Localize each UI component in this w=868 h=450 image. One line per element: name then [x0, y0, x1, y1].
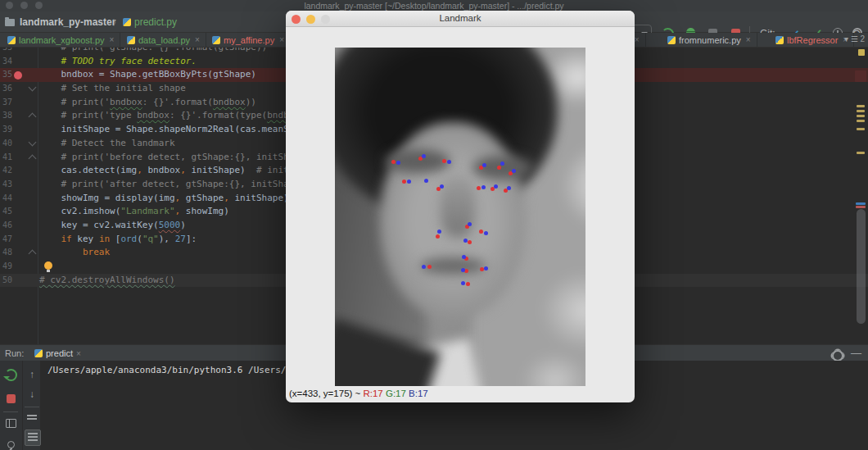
line-number: 34 [2, 55, 35, 69]
python-file-icon [7, 36, 16, 44]
restore-layout-icon[interactable] [3, 416, 18, 431]
run-tab-predict[interactable]: predict × [29, 345, 86, 361]
breadcrumb-separator: 〉 [113, 11, 115, 33]
line-number: 43 [2, 178, 35, 192]
minimize-button[interactable] [306, 15, 315, 24]
line-number: 46 [2, 219, 35, 233]
landmark-dot-blue [422, 265, 426, 269]
toolbar-divider [25, 407, 39, 407]
scroll-to-end-icon[interactable] [25, 430, 41, 446]
zoom-button-disabled [321, 15, 330, 24]
stop-icon[interactable] [3, 392, 18, 407]
console-toolbar-strip: ↑ ↓ [22, 361, 40, 450]
landmark-dot-red [436, 234, 440, 239]
stripe-mark[interactable] [855, 70, 866, 82]
ide-minimize-button[interactable] [20, 2, 28, 9]
folder-icon [5, 19, 15, 26]
landmark-dot-red [442, 159, 446, 163]
stripe-mark[interactable] [857, 110, 865, 112]
line-number: 49 [2, 260, 35, 274]
landmark-dot-red [466, 282, 470, 286]
ide-window-title: landmark_py-master [~/Desktop/landmark_p… [0, 0, 868, 11]
cursor-position: (x=433, y=175) ~ [289, 389, 363, 398]
stripe-mark[interactable] [856, 202, 866, 205]
python-file-icon [127, 36, 135, 44]
stripe-mark[interactable] [857, 105, 865, 107]
stripe-mark[interactable] [857, 120, 865, 122]
close-icon[interactable]: × [195, 35, 200, 44]
landmark-dot-blue [422, 154, 426, 158]
line-number: 44 [2, 192, 35, 206]
stripe-mark[interactable] [857, 115, 865, 117]
ide-close-button[interactable] [6, 2, 13, 9]
landmark-dot-blue [461, 268, 465, 272]
close-icon[interactable]: × [110, 35, 115, 44]
line-number: 37 [2, 96, 35, 110]
line-number: 39 [2, 123, 35, 137]
landmark-dot-red [427, 265, 432, 269]
landmark-dot-blue [463, 239, 468, 243]
python-file-icon [34, 349, 43, 357]
nose [441, 176, 476, 237]
breadcrumb-file[interactable]: predict.py [134, 11, 177, 33]
close-icon[interactable]: × [635, 35, 640, 44]
pin-tab-icon[interactable] [3, 439, 18, 450]
rerun-icon[interactable] [3, 367, 18, 382]
run-label: Run: [5, 345, 24, 361]
stripe-mark[interactable] [857, 128, 865, 130]
editor-tab-lbfRegressor[interactable]: lbfRegressor× [770, 33, 854, 47]
breadcrumb-project[interactable]: landmark_py-master [20, 11, 115, 33]
landmark-dot-blue [484, 231, 488, 235]
editor-tab-my_affine.py[interactable]: my_affine.py× [206, 33, 291, 47]
landmark-dot-red [477, 186, 481, 190]
tab-overflow-dropdown[interactable]: ▾ [844, 34, 848, 43]
landmark-dot-blue [424, 179, 428, 183]
landmark-dot-blue [481, 185, 486, 189]
landmark-dot-blue [447, 160, 451, 164]
line-number: 47 [2, 233, 35, 247]
editor-tab-landmark_xgboost.py[interactable]: landmark_xgboost.py× [2, 33, 120, 47]
intention-bulb-icon[interactable] [44, 261, 52, 270]
soft-wrap-icon[interactable] [25, 411, 39, 426]
minimize-panel-icon[interactable]: — [851, 345, 861, 361]
breakpoint-icon[interactable] [14, 71, 22, 80]
landmark-dot-blue [462, 255, 466, 259]
editor-scrollbar[interactable] [857, 209, 866, 324]
ide-titlebar: landmark_py-master [~/Desktop/landmark_p… [0, 0, 868, 11]
close-icon[interactable]: × [279, 35, 284, 44]
console-output: /Users/apple/anaconda3/bin/python3.6 /Us… [47, 365, 297, 375]
landmark-dot-blue [407, 180, 411, 184]
landmark-titlebar: Landmark [286, 11, 635, 27]
line-number: 42 [2, 164, 35, 178]
landmark-dot-blue [507, 186, 511, 190]
python-file-icon [212, 36, 220, 44]
red-value: R:17 [363, 389, 382, 398]
editor-tab-fromnumeric.py[interactable]: fromnumeric.py× [662, 33, 757, 47]
landmark-dot-red [468, 240, 472, 244]
ide-zoom-button[interactable] [35, 2, 43, 9]
down-arrow-icon[interactable]: ↓ [25, 387, 39, 402]
line-number: 45 [2, 205, 35, 219]
close-icon[interactable]: × [76, 349, 81, 358]
toolbar-divider [3, 411, 18, 412]
close-icon[interactable]: × [746, 35, 751, 44]
face-image [335, 48, 585, 386]
hidden-tabs-count: 2 [860, 34, 865, 43]
stripe-mark[interactable] [856, 206, 866, 208]
stripe-mark[interactable] [857, 152, 865, 154]
stripe-mark[interactable] [858, 49, 865, 56]
python-file-icon [667, 36, 676, 44]
landmark-dot-blue [494, 184, 498, 189]
landmark-dot-blue [461, 281, 465, 285]
tab-list-icon[interactable]: ☰ [851, 34, 858, 43]
editor-tab-data_load.py[interactable]: data_load.py× [121, 33, 206, 47]
landmark-dot-blue [484, 266, 488, 270]
green-value: G:17 [386, 389, 406, 398]
up-arrow-icon[interactable]: ↑ [25, 367, 39, 382]
landmark-dot-blue [482, 163, 486, 167]
landmark-dot-blue [396, 161, 400, 165]
landmark-window[interactable]: Landmark (x=433, y=175) ~ R:17 G:17 B:17 [286, 11, 635, 402]
landmark-dot-blue [468, 222, 472, 226]
close-button[interactable] [292, 15, 301, 24]
landmark-dot-red [479, 230, 483, 234]
